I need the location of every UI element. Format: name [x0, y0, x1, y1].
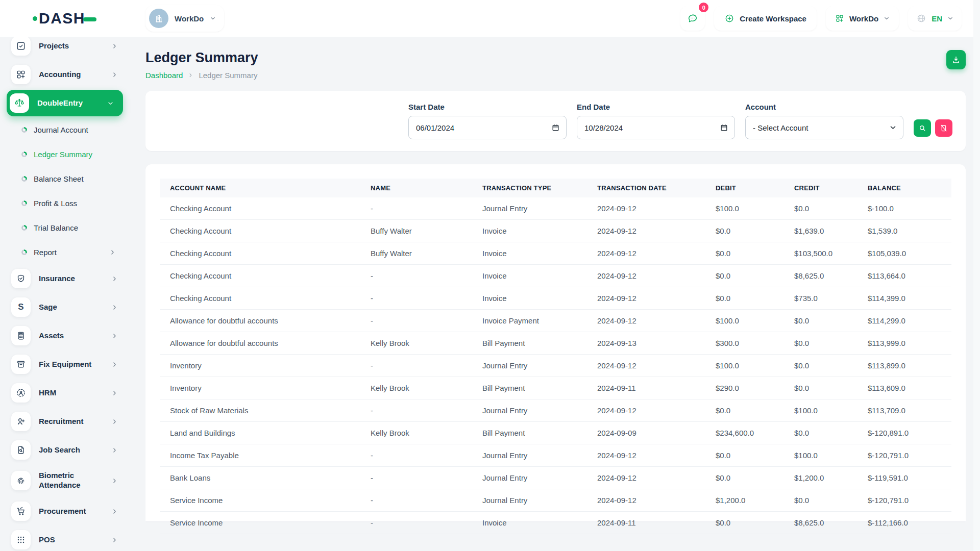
column-header-transaction-type: TRANSACTION TYPE [472, 179, 587, 197]
shield-icon [11, 269, 31, 288]
sidebar-item-label: Trial Balance [34, 223, 78, 232]
grid-plus-icon [11, 65, 31, 84]
language-label: EN [932, 14, 942, 23]
chevron-right-icon [111, 43, 118, 49]
download-button[interactable] [946, 50, 966, 69]
start-date-input[interactable] [408, 116, 567, 139]
sidebar-item-label: Assets [39, 331, 64, 341]
cell-transaction-type: Invoice [472, 287, 587, 310]
sidebar-item-label: Ledger Summary [34, 150, 92, 159]
cell-debit: $0.0 [705, 399, 784, 422]
language-selector[interactable]: EN [908, 6, 962, 31]
sidebar-item-assets[interactable]: Assets [0, 321, 131, 350]
cell-account-name: Inventory [160, 355, 360, 377]
cell-credit: $0.0 [784, 332, 857, 355]
sidebar-item-label: Balance Sheet [34, 174, 84, 183]
sidebar-subitem-report[interactable]: Report [0, 240, 131, 264]
workspace-avatar [149, 9, 168, 28]
reset-filter-button[interactable] [935, 119, 952, 137]
cell-credit: $100.0 [784, 444, 857, 467]
chevron-right-icon [111, 276, 118, 282]
messages-button[interactable]: 0 [680, 6, 705, 31]
table-row: Checking AccountBuffy WalterInvoice2024-… [160, 220, 951, 242]
chevron-down-icon [947, 15, 953, 21]
ledger-table-card: ACCOUNT NAMENAMETRANSACTION TYPETRANSACT… [145, 164, 966, 521]
workspace-menu-button[interactable]: WorkDo [826, 6, 899, 31]
filter-panel: Start Date End Date Account - Select Acc… [145, 91, 966, 151]
apply-filter-button[interactable] [914, 119, 931, 137]
end-date-input[interactable] [577, 116, 735, 139]
sidebar-item-recruitment[interactable]: Recruitment [0, 407, 131, 436]
status-ring-icon [21, 176, 27, 182]
sidebar-item-projects[interactable]: Projects [0, 37, 131, 60]
column-header-debit: DEBIT [705, 179, 784, 197]
page-scrollbar[interactable] [973, 0, 980, 551]
account-select[interactable]: - Select Account [745, 116, 903, 139]
cell-transaction-type: Journal Entry [472, 197, 587, 220]
cell-account-name: Checking Account [160, 197, 360, 220]
cell-account-name: Service Income [160, 512, 360, 534]
messages-badge: 0 [699, 3, 708, 12]
cell-debit: $0.0 [705, 512, 784, 534]
cell-balance: $113,999.0 [857, 332, 951, 355]
sidebar-item-procurement[interactable]: Procurement [0, 497, 131, 525]
logo-text: DASH [39, 10, 85, 27]
cell-balance: $113,709.0 [857, 399, 951, 422]
cell-balance: $1,539.0 [857, 220, 951, 242]
scale-icon [10, 93, 29, 113]
breadcrumb-dashboard-link[interactable]: Dashboard [145, 71, 183, 80]
sidebar-item-job-search[interactable]: Job Search [0, 436, 131, 464]
sidebar-item-sage[interactable]: SSage [0, 293, 131, 321]
table-row: Inventory-Journal Entry2024-09-12$100.0$… [160, 355, 951, 377]
user-scan-icon [11, 383, 31, 403]
sidebar-item-biometric-attendance[interactable]: Biometric Attendance [0, 464, 131, 497]
sidebar-subitem-ledger-summary[interactable]: Ledger Summary [0, 142, 131, 166]
filter-actions [914, 119, 952, 137]
sidebar-item-label: DoubleEntry [37, 98, 83, 108]
table-row: Checking Account-Invoice2024-09-12$0.0$8… [160, 265, 951, 287]
cell-name: - [360, 467, 472, 489]
column-header-transaction-date: TRANSACTION DATE [587, 179, 705, 197]
cell-account-name: Allowance for doubtful accounts [160, 332, 360, 355]
cell-debit: $0.0 [705, 467, 784, 489]
table-row: Service Income-Journal Entry2024-09-12$1… [160, 489, 951, 512]
sidebar-subitem-balance-sheet[interactable]: Balance Sheet [0, 166, 131, 191]
cell-account-name: Checking Account [160, 220, 360, 242]
cell-account-name: Checking Account [160, 265, 360, 287]
sidebar-item-insurance[interactable]: Insurance [0, 264, 131, 293]
sidebar-item-label: Profit & Loss [34, 199, 77, 208]
sidebar-item-label: Projects [39, 41, 69, 51]
sidebar-subitem-profit-loss[interactable]: Profit & Loss [0, 191, 131, 215]
create-workspace-button[interactable]: Create Workspace [714, 6, 817, 31]
checkbox-icon [11, 37, 31, 56]
table-row: Allowance for doubtful accounts-Invoice … [160, 310, 951, 332]
cell-name: - [360, 310, 472, 332]
app-logo[interactable]: DASH [33, 10, 96, 27]
cell-account-name: Land and Buildings [160, 422, 360, 444]
search-icon [918, 124, 926, 132]
sidebar-subitem-trial-balance[interactable]: Trial Balance [0, 215, 131, 240]
cell-name: - [360, 399, 472, 422]
cell-name: - [360, 265, 472, 287]
workspace-selector[interactable]: WorkDo [145, 5, 224, 32]
chevron-right-icon [111, 508, 118, 515]
cell-transaction-date: 2024-09-13 [587, 332, 705, 355]
cell-transaction-type: Invoice [472, 512, 587, 534]
archive-icon [11, 355, 31, 374]
cell-name: - [360, 489, 472, 512]
sidebar-item-doubleentry[interactable]: DoubleEntry [7, 90, 123, 116]
sidebar-item-label: POS [39, 535, 55, 545]
sage-letter-icon: S [11, 297, 31, 317]
sidebar-item-label: Accounting [39, 70, 81, 80]
cell-balance: $-120,791.0 [857, 489, 951, 512]
status-ring-icon [21, 249, 27, 255]
sidebar-item-pos[interactable]: POS [0, 525, 131, 551]
sidebar-item-fix-equipment[interactable]: Fix Equipment [0, 350, 131, 379]
sidebar-subitem-journal-account[interactable]: Journal Account [0, 117, 131, 142]
cell-name: - [360, 287, 472, 310]
sidebar-item-accounting[interactable]: Accounting [0, 60, 131, 89]
end-date-label: End Date [577, 103, 735, 111]
chevron-right-icon [111, 447, 118, 454]
cell-name: Buffy Walter [360, 242, 472, 265]
sidebar-item-hrm[interactable]: HRM [0, 379, 131, 407]
